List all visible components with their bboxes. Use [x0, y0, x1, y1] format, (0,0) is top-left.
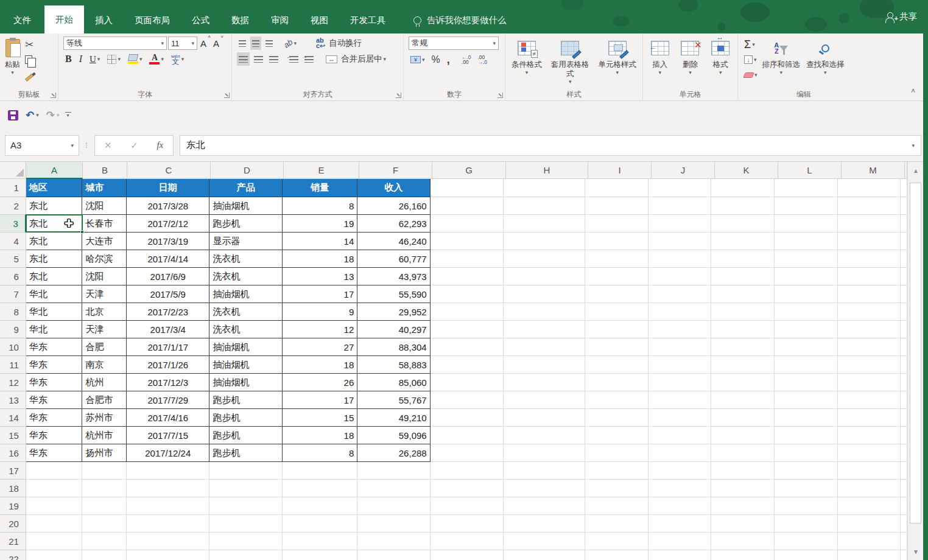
vertical-scrollbar[interactable]: ▲ ▼ — [907, 162, 923, 560]
colheader-C[interactable]: C — [127, 162, 211, 179]
font-color-button[interactable]: A ▾ — [147, 52, 166, 66]
formula-input[interactable]: 东北 ▾ — [180, 135, 921, 156]
cell-I3[interactable] — [585, 215, 649, 233]
cell-A12[interactable]: 华东 — [26, 374, 83, 391]
cell-F1[interactable]: 收入 — [357, 179, 430, 197]
cell-M13[interactable] — [838, 391, 901, 409]
cell-K7[interactable] — [711, 285, 775, 303]
cell-C3[interactable]: 2017/2/12 — [127, 215, 209, 233]
cell-K12[interactable] — [711, 374, 775, 391]
format-painter-button[interactable] — [23, 68, 38, 82]
cell-H9[interactable] — [504, 321, 585, 338]
cell-D3[interactable]: 跑步机 — [209, 215, 282, 233]
cell-G14[interactable] — [431, 409, 504, 427]
cell-D20[interactable] — [209, 515, 282, 533]
cell-K10[interactable] — [711, 338, 775, 356]
cell-E18[interactable] — [283, 480, 357, 497]
cell-J13[interactable] — [649, 391, 712, 409]
cell-L22[interactable] — [775, 550, 838, 560]
cell-K14[interactable] — [711, 409, 775, 427]
cell-M18[interactable] — [838, 480, 901, 497]
cell-C19[interactable] — [127, 497, 209, 515]
cell-K5[interactable] — [711, 250, 775, 268]
cell-G17[interactable] — [431, 462, 504, 480]
enter-button[interactable]: ✓ — [130, 140, 138, 151]
cancel-button[interactable]: ✕ — [104, 140, 112, 151]
cell-K19[interactable] — [711, 497, 775, 515]
cell-C13[interactable]: 2017/7/29 — [127, 391, 209, 409]
cell-F6[interactable]: 43,973 — [357, 268, 430, 285]
cell-F19[interactable] — [357, 497, 430, 515]
rowheader-8[interactable]: 8 — [0, 303, 26, 321]
cell-I11[interactable] — [585, 356, 649, 374]
cell-K17[interactable] — [711, 462, 775, 480]
cell-G5[interactable] — [431, 250, 504, 268]
cell-x5[interactable] — [901, 250, 907, 268]
cell-E5[interactable]: 18 — [283, 250, 357, 268]
cell-M7[interactable] — [838, 285, 901, 303]
cell-F22[interactable] — [357, 550, 430, 560]
rowheader-19[interactable]: 19 — [0, 497, 26, 515]
cell-H19[interactable] — [504, 497, 585, 515]
rowheader-14[interactable]: 14 — [0, 409, 26, 427]
cell-K8[interactable] — [711, 303, 775, 321]
cell-K15[interactable] — [711, 427, 775, 444]
cell-J8[interactable] — [649, 303, 712, 321]
cell-C17[interactable] — [127, 462, 209, 480]
cell-C6[interactable]: 2017/6/9 — [127, 268, 209, 285]
cell-C10[interactable]: 2017/1/17 — [127, 338, 209, 356]
cell-B8[interactable]: 北京 — [82, 303, 127, 321]
number-format-combo[interactable]: 常规▾ — [409, 37, 499, 50]
grow-font-button[interactable]: A˄ — [199, 37, 210, 50]
cell-C14[interactable]: 2017/4/16 — [127, 409, 209, 427]
cell-D6[interactable]: 洗衣机 — [209, 268, 282, 285]
expand-formula-bar[interactable]: ▾ — [912, 142, 915, 149]
cell-F7[interactable]: 55,590 — [357, 285, 430, 303]
cell-x13[interactable] — [901, 391, 907, 409]
paste-button[interactable]: 粘贴 ▾ — [2, 35, 23, 89]
orientation-button[interactable]: ab▾ — [282, 37, 298, 50]
cell-x15[interactable] — [901, 427, 907, 444]
cell-L9[interactable] — [775, 321, 838, 338]
cell-I13[interactable] — [585, 391, 649, 409]
copy-button[interactable]: ▾ — [23, 53, 38, 66]
cell-A19[interactable] — [26, 497, 83, 515]
cell-K9[interactable] — [711, 321, 775, 338]
cell-B4[interactable]: 大连市 — [82, 233, 127, 250]
cell-G16[interactable] — [431, 444, 504, 462]
rowheader-15[interactable]: 15 — [0, 427, 26, 444]
collapse-ribbon-button[interactable]: ˄ — [911, 87, 915, 96]
cell-B12[interactable]: 杭州 — [82, 374, 127, 391]
cell-C11[interactable]: 2017/1/26 — [127, 356, 209, 374]
cell-x6[interactable] — [901, 268, 907, 285]
tab-页面布局[interactable]: 页面布局 — [124, 7, 181, 33]
cell-K16[interactable] — [711, 444, 775, 462]
align-left-button[interactable] — [237, 52, 250, 66]
rowheader-16[interactable]: 16 — [0, 444, 26, 462]
cell-D19[interactable] — [209, 497, 282, 515]
cell-G15[interactable] — [431, 427, 504, 444]
tab-数据[interactable]: 数据 — [220, 7, 260, 33]
cell-C16[interactable]: 2017/12/24 — [127, 444, 209, 462]
colheader-M[interactable]: M — [842, 162, 905, 179]
cell-B1[interactable]: 城市 — [82, 179, 127, 197]
cell-I21[interactable] — [585, 533, 649, 550]
cell-H16[interactable] — [504, 444, 585, 462]
cell-F4[interactable]: 46,240 — [357, 233, 430, 250]
cell-L7[interactable] — [775, 285, 838, 303]
cell-E2[interactable]: 8 — [283, 197, 357, 215]
cell-M8[interactable] — [838, 303, 901, 321]
cell-M15[interactable] — [838, 427, 901, 444]
find-select-button[interactable]: 查找和选择 ▾ — [803, 35, 848, 89]
customize-qat-button[interactable]: ▾ — [65, 112, 71, 119]
merge-center-button[interactable]: ↔ 合并后居中 ▾ — [324, 52, 388, 66]
cell-A10[interactable]: 华东 — [26, 338, 83, 356]
tab-公式[interactable]: 公式 — [181, 7, 220, 33]
rowheader-18[interactable]: 18 — [0, 480, 26, 497]
cell-J17[interactable] — [649, 462, 712, 480]
cell-x18[interactable] — [901, 480, 907, 497]
cell-H8[interactable] — [504, 303, 585, 321]
cell-H14[interactable] — [504, 409, 585, 427]
wrap-text-button[interactable]: abc↩ 自动换行 — [314, 37, 364, 50]
cell-B7[interactable]: 天津 — [82, 285, 127, 303]
